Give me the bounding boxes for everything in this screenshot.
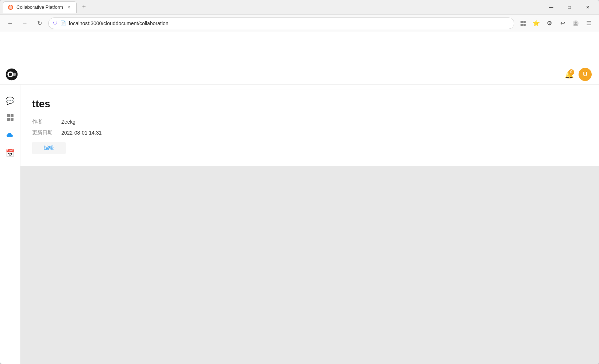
divider	[32, 89, 587, 89]
gray-area	[20, 166, 599, 364]
date-label: 更新日期	[32, 129, 61, 136]
tab-favicon	[8, 4, 14, 10]
close-button[interactable]: ✕	[579, 1, 596, 13]
author-value: Zeekg	[61, 119, 76, 125]
app-area: 🔔 0 U 💬	[0, 32, 599, 364]
sidebar-item-calendar[interactable]: 📅	[3, 146, 18, 160]
profile-icon[interactable]	[570, 18, 581, 29]
svg-rect-13	[7, 118, 10, 121]
sidebar-item-cloud[interactable]	[3, 128, 18, 143]
chat-icon: 💬	[5, 96, 15, 105]
address-bar[interactable]: 🛡 📄 localhost:3000/clouddocument/collabo…	[48, 18, 514, 29]
doc-title: ttes	[32, 98, 587, 110]
new-tab-button[interactable]: +	[79, 2, 89, 12]
title-bar: Collaborative Platform × + — □ ✕	[0, 0, 599, 15]
svg-rect-11	[7, 114, 10, 117]
header-right: 🔔 0 U	[562, 68, 592, 81]
notification-badge: 0	[568, 69, 574, 75]
svg-rect-4	[523, 24, 526, 26]
author-label: 作者	[32, 119, 61, 125]
svg-point-9	[9, 73, 12, 76]
window-controls: — □ ✕	[543, 1, 596, 13]
svg-point-6	[575, 22, 577, 24]
maximize-button[interactable]: □	[561, 1, 578, 13]
svg-rect-12	[11, 114, 14, 117]
svg-rect-3	[521, 24, 523, 26]
user-avatar[interactable]: U	[579, 68, 592, 81]
browser-window: Collaborative Platform × + — □ ✕ ← → ↻ 🛡…	[0, 0, 599, 364]
edit-button-wrapper: 编辑	[32, 142, 587, 154]
grid-icon	[6, 113, 14, 123]
main-content: ‹ 共享空间 ttes 作者 Zeekg 更新日期 2022-08-01 14:…	[20, 64, 599, 364]
nav-bar: ← → ↻ 🛡 📄 localhost:3000/clouddocument/c…	[0, 15, 599, 32]
svg-rect-1	[521, 21, 523, 23]
calendar-icon: 📅	[5, 149, 15, 158]
cloud-icon	[6, 131, 15, 141]
minimize-button[interactable]: —	[543, 1, 560, 13]
back-button[interactable]: ←	[4, 18, 16, 29]
nav-right-icons: ⭐ ⚙ ↩ ☰	[517, 18, 595, 29]
app-logo	[4, 67, 19, 82]
security-shield-icon: 🛡	[53, 21, 57, 26]
bookmark-icon[interactable]: ⭐	[530, 18, 542, 29]
menu-icon[interactable]: ☰	[583, 18, 595, 29]
sidebar: 💬 📅	[0, 64, 20, 364]
tab-title: Collaborative Platform	[16, 4, 63, 10]
settings-icon[interactable]: ⚙	[544, 18, 555, 29]
app-header: 🔔 0 U	[0, 64, 599, 85]
sidebar-item-chat[interactable]: 💬	[3, 93, 18, 108]
svg-rect-2	[523, 21, 526, 23]
svg-point-10	[13, 73, 16, 76]
sidebar-item-grid[interactable]	[3, 111, 18, 125]
history-icon[interactable]: ↩	[557, 18, 568, 29]
svg-rect-14	[11, 118, 14, 121]
page-icon: 📄	[60, 20, 66, 26]
date-row: 更新日期 2022-08-01 14:31	[32, 129, 587, 136]
address-text: localhost:3000/clouddocument/collaborati…	[69, 20, 510, 26]
notification-button[interactable]: 🔔 0	[562, 68, 576, 81]
tab-close-button[interactable]: ×	[66, 4, 72, 10]
edit-button[interactable]: 编辑	[32, 142, 66, 154]
extensions-icon[interactable]	[517, 18, 529, 29]
refresh-button[interactable]: ↻	[34, 18, 45, 29]
date-value: 2022-08-01 14:31	[61, 130, 102, 136]
author-row: 作者 Zeekg	[32, 119, 587, 125]
browser-tab[interactable]: Collaborative Platform ×	[3, 1, 77, 13]
forward-button[interactable]: →	[19, 18, 31, 29]
